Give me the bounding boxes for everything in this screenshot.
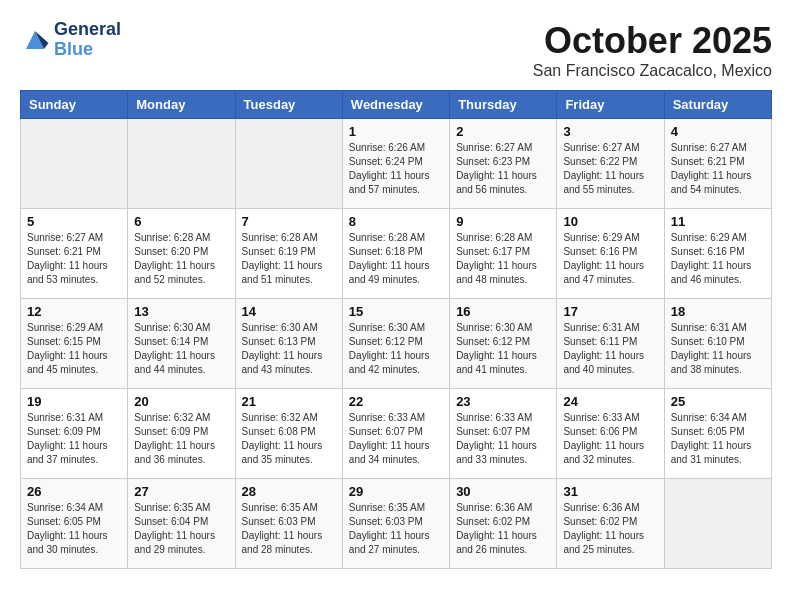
calendar-cell: 11Sunrise: 6:29 AM Sunset: 6:16 PM Dayli… xyxy=(664,209,771,299)
calendar-cell: 28Sunrise: 6:35 AM Sunset: 6:03 PM Dayli… xyxy=(235,479,342,569)
day-info: Sunrise: 6:28 AM Sunset: 6:19 PM Dayligh… xyxy=(242,231,336,287)
day-info: Sunrise: 6:27 AM Sunset: 6:21 PM Dayligh… xyxy=(27,231,121,287)
calendar-cell xyxy=(128,119,235,209)
day-number: 18 xyxy=(671,304,765,319)
calendar-week-5: 26Sunrise: 6:34 AM Sunset: 6:05 PM Dayli… xyxy=(21,479,772,569)
location-title: San Francisco Zacacalco, Mexico xyxy=(533,62,772,80)
calendar-cell: 31Sunrise: 6:36 AM Sunset: 6:02 PM Dayli… xyxy=(557,479,664,569)
day-info: Sunrise: 6:29 AM Sunset: 6:15 PM Dayligh… xyxy=(27,321,121,377)
calendar-cell: 12Sunrise: 6:29 AM Sunset: 6:15 PM Dayli… xyxy=(21,299,128,389)
day-info: Sunrise: 6:33 AM Sunset: 6:07 PM Dayligh… xyxy=(456,411,550,467)
calendar-cell: 8Sunrise: 6:28 AM Sunset: 6:18 PM Daylig… xyxy=(342,209,449,299)
calendar-cell: 16Sunrise: 6:30 AM Sunset: 6:12 PM Dayli… xyxy=(450,299,557,389)
day-info: Sunrise: 6:30 AM Sunset: 6:13 PM Dayligh… xyxy=(242,321,336,377)
day-info: Sunrise: 6:35 AM Sunset: 6:03 PM Dayligh… xyxy=(349,501,443,557)
weekday-header-thursday: Thursday xyxy=(450,91,557,119)
weekday-header-wednesday: Wednesday xyxy=(342,91,449,119)
day-info: Sunrise: 6:27 AM Sunset: 6:21 PM Dayligh… xyxy=(671,141,765,197)
calendar-cell: 19Sunrise: 6:31 AM Sunset: 6:09 PM Dayli… xyxy=(21,389,128,479)
calendar-cell: 4Sunrise: 6:27 AM Sunset: 6:21 PM Daylig… xyxy=(664,119,771,209)
day-info: Sunrise: 6:34 AM Sunset: 6:05 PM Dayligh… xyxy=(671,411,765,467)
day-info: Sunrise: 6:36 AM Sunset: 6:02 PM Dayligh… xyxy=(456,501,550,557)
day-info: Sunrise: 6:28 AM Sunset: 6:18 PM Dayligh… xyxy=(349,231,443,287)
calendar-cell: 23Sunrise: 6:33 AM Sunset: 6:07 PM Dayli… xyxy=(450,389,557,479)
day-number: 5 xyxy=(27,214,121,229)
calendar-cell: 6Sunrise: 6:28 AM Sunset: 6:20 PM Daylig… xyxy=(128,209,235,299)
weekday-header-sunday: Sunday xyxy=(21,91,128,119)
day-number: 8 xyxy=(349,214,443,229)
logo: General Blue xyxy=(20,20,121,60)
day-number: 31 xyxy=(563,484,657,499)
day-number: 17 xyxy=(563,304,657,319)
logo-text: General Blue xyxy=(54,20,121,60)
day-number: 12 xyxy=(27,304,121,319)
calendar-cell xyxy=(235,119,342,209)
day-info: Sunrise: 6:27 AM Sunset: 6:23 PM Dayligh… xyxy=(456,141,550,197)
day-number: 7 xyxy=(242,214,336,229)
calendar-cell: 5Sunrise: 6:27 AM Sunset: 6:21 PM Daylig… xyxy=(21,209,128,299)
day-number: 3 xyxy=(563,124,657,139)
day-number: 23 xyxy=(456,394,550,409)
day-info: Sunrise: 6:29 AM Sunset: 6:16 PM Dayligh… xyxy=(671,231,765,287)
day-number: 28 xyxy=(242,484,336,499)
page-wrapper: General Blue October 2025 San Francisco … xyxy=(20,20,772,569)
day-info: Sunrise: 6:30 AM Sunset: 6:12 PM Dayligh… xyxy=(349,321,443,377)
day-info: Sunrise: 6:33 AM Sunset: 6:06 PM Dayligh… xyxy=(563,411,657,467)
day-number: 4 xyxy=(671,124,765,139)
day-info: Sunrise: 6:27 AM Sunset: 6:22 PM Dayligh… xyxy=(563,141,657,197)
title-area: October 2025 San Francisco Zacacalco, Me… xyxy=(533,20,772,80)
calendar-cell xyxy=(21,119,128,209)
day-info: Sunrise: 6:32 AM Sunset: 6:09 PM Dayligh… xyxy=(134,411,228,467)
weekday-header-friday: Friday xyxy=(557,91,664,119)
weekday-header-tuesday: Tuesday xyxy=(235,91,342,119)
calendar-cell: 14Sunrise: 6:30 AM Sunset: 6:13 PM Dayli… xyxy=(235,299,342,389)
day-info: Sunrise: 6:26 AM Sunset: 6:24 PM Dayligh… xyxy=(349,141,443,197)
day-info: Sunrise: 6:33 AM Sunset: 6:07 PM Dayligh… xyxy=(349,411,443,467)
day-number: 19 xyxy=(27,394,121,409)
day-number: 22 xyxy=(349,394,443,409)
day-info: Sunrise: 6:28 AM Sunset: 6:20 PM Dayligh… xyxy=(134,231,228,287)
day-info: Sunrise: 6:28 AM Sunset: 6:17 PM Dayligh… xyxy=(456,231,550,287)
day-info: Sunrise: 6:35 AM Sunset: 6:04 PM Dayligh… xyxy=(134,501,228,557)
day-number: 6 xyxy=(134,214,228,229)
day-info: Sunrise: 6:32 AM Sunset: 6:08 PM Dayligh… xyxy=(242,411,336,467)
day-number: 1 xyxy=(349,124,443,139)
calendar-cell: 20Sunrise: 6:32 AM Sunset: 6:09 PM Dayli… xyxy=(128,389,235,479)
weekday-header-row: SundayMondayTuesdayWednesdayThursdayFrid… xyxy=(21,91,772,119)
day-number: 2 xyxy=(456,124,550,139)
day-number: 29 xyxy=(349,484,443,499)
day-number: 30 xyxy=(456,484,550,499)
weekday-header-monday: Monday xyxy=(128,91,235,119)
calendar-cell: 3Sunrise: 6:27 AM Sunset: 6:22 PM Daylig… xyxy=(557,119,664,209)
calendar-week-2: 5Sunrise: 6:27 AM Sunset: 6:21 PM Daylig… xyxy=(21,209,772,299)
day-info: Sunrise: 6:31 AM Sunset: 6:10 PM Dayligh… xyxy=(671,321,765,377)
day-number: 25 xyxy=(671,394,765,409)
calendar-cell: 18Sunrise: 6:31 AM Sunset: 6:10 PM Dayli… xyxy=(664,299,771,389)
calendar-cell: 24Sunrise: 6:33 AM Sunset: 6:06 PM Dayli… xyxy=(557,389,664,479)
day-number: 27 xyxy=(134,484,228,499)
calendar-cell: 29Sunrise: 6:35 AM Sunset: 6:03 PM Dayli… xyxy=(342,479,449,569)
logo-icon xyxy=(20,28,50,52)
calendar-cell: 21Sunrise: 6:32 AM Sunset: 6:08 PM Dayli… xyxy=(235,389,342,479)
day-number: 10 xyxy=(563,214,657,229)
day-number: 26 xyxy=(27,484,121,499)
calendar-cell: 9Sunrise: 6:28 AM Sunset: 6:17 PM Daylig… xyxy=(450,209,557,299)
day-number: 24 xyxy=(563,394,657,409)
weekday-header-saturday: Saturday xyxy=(664,91,771,119)
calendar-week-4: 19Sunrise: 6:31 AM Sunset: 6:09 PM Dayli… xyxy=(21,389,772,479)
calendar-cell: 10Sunrise: 6:29 AM Sunset: 6:16 PM Dayli… xyxy=(557,209,664,299)
day-info: Sunrise: 6:31 AM Sunset: 6:11 PM Dayligh… xyxy=(563,321,657,377)
day-info: Sunrise: 6:31 AM Sunset: 6:09 PM Dayligh… xyxy=(27,411,121,467)
calendar-cell: 30Sunrise: 6:36 AM Sunset: 6:02 PM Dayli… xyxy=(450,479,557,569)
calendar-cell: 1Sunrise: 6:26 AM Sunset: 6:24 PM Daylig… xyxy=(342,119,449,209)
day-info: Sunrise: 6:29 AM Sunset: 6:16 PM Dayligh… xyxy=(563,231,657,287)
day-number: 11 xyxy=(671,214,765,229)
day-info: Sunrise: 6:35 AM Sunset: 6:03 PM Dayligh… xyxy=(242,501,336,557)
day-info: Sunrise: 6:30 AM Sunset: 6:12 PM Dayligh… xyxy=(456,321,550,377)
day-number: 15 xyxy=(349,304,443,319)
day-info: Sunrise: 6:30 AM Sunset: 6:14 PM Dayligh… xyxy=(134,321,228,377)
day-number: 21 xyxy=(242,394,336,409)
calendar-cell: 25Sunrise: 6:34 AM Sunset: 6:05 PM Dayli… xyxy=(664,389,771,479)
calendar: SundayMondayTuesdayWednesdayThursdayFrid… xyxy=(20,90,772,569)
calendar-cell xyxy=(664,479,771,569)
